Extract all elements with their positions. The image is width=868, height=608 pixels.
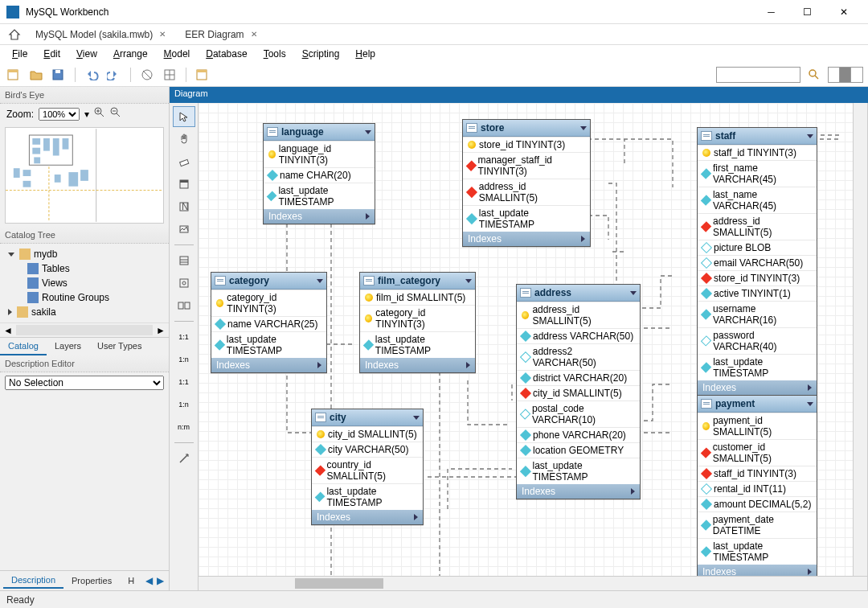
pointer-tool-icon[interactable] xyxy=(173,106,195,127)
entity-column[interactable]: last_update TIMESTAMP xyxy=(698,538,817,565)
subtab-usertypes[interactable]: User Types xyxy=(89,338,149,355)
reln-1-1-tool-icon[interactable]: 1:1 xyxy=(173,327,195,347)
entity-column[interactable]: name CHAR(20) xyxy=(264,167,375,183)
entity-language[interactable]: languagelanguage_id TINYINT(3)name CHAR(… xyxy=(263,123,375,224)
note-tool-icon[interactable]: N xyxy=(173,196,195,217)
tab-eer-diagram[interactable]: EER Diagram ✕ xyxy=(175,26,266,43)
maximize-button[interactable]: ☐ xyxy=(789,0,825,24)
entity-column[interactable]: email VARCHAR(50) xyxy=(698,255,817,270)
open-icon[interactable] xyxy=(27,66,45,84)
menu-database[interactable]: Database xyxy=(199,46,254,62)
entity-column[interactable]: language_id TINYINT(3) xyxy=(264,141,375,167)
entity-column[interactable]: phone VARCHAR(20) xyxy=(517,427,640,442)
entity-indexes[interactable]: Indexes xyxy=(211,358,326,372)
entity-column[interactable]: category_id TINYINT(3) xyxy=(211,290,326,316)
chevron-down-icon[interactable] xyxy=(317,279,323,283)
entity-column[interactable]: store_id TINYINT(3) xyxy=(698,270,817,286)
undo-icon[interactable] xyxy=(83,66,100,84)
layer-tool-icon[interactable] xyxy=(173,174,195,195)
entity-column[interactable]: picture BLOB xyxy=(698,240,817,255)
menu-file[interactable]: File xyxy=(5,46,35,62)
reln-1-n-tool-icon[interactable]: 1:n xyxy=(173,349,195,370)
entity-column[interactable]: name VARCHAR(25) xyxy=(211,316,326,331)
btab-description[interactable]: Description xyxy=(3,573,63,589)
entity-column[interactable]: postal_code VARCHAR(10) xyxy=(517,401,640,427)
tree-views[interactable]: Views xyxy=(42,277,68,289)
menu-arrange[interactable]: Arrange xyxy=(106,46,155,62)
entity-header[interactable]: payment xyxy=(698,396,817,413)
menu-view[interactable]: View xyxy=(69,46,104,62)
entity-header[interactable]: category xyxy=(211,273,326,290)
entity-header[interactable]: address xyxy=(517,285,640,302)
chevron-down-icon[interactable] xyxy=(465,279,472,283)
tabs-prev-icon[interactable]: ◀ xyxy=(144,575,154,586)
tree-db-sakila[interactable]: sakila xyxy=(31,306,56,318)
entity-header[interactable]: store xyxy=(463,120,590,137)
entity-address[interactable]: addressaddress_id SMALLINT(5)address VAR… xyxy=(516,284,641,499)
entity-indexes[interactable]: Indexes xyxy=(463,232,590,246)
search-icon[interactable] xyxy=(805,66,823,84)
entity-header[interactable]: city xyxy=(312,409,423,426)
subtab-layers[interactable]: Layers xyxy=(47,338,89,355)
tree-tables[interactable]: Tables xyxy=(42,263,70,274)
birdseye-view[interactable] xyxy=(5,127,164,224)
entity-indexes[interactable]: Indexes xyxy=(360,358,475,372)
entity-column[interactable]: address_id SMALLINT(5) xyxy=(698,213,817,240)
redo-icon[interactable] xyxy=(105,66,123,84)
entity-staff[interactable]: staffstaff_id TINYINT(3)first_name VARCH… xyxy=(697,127,817,396)
align-icon[interactable] xyxy=(161,66,178,84)
entity-store[interactable]: storestore_id TINYINT(3)manager_staff_id… xyxy=(462,119,591,247)
canvas-hscroll[interactable] xyxy=(199,576,867,590)
tree-hscroll[interactable]: ◄► xyxy=(0,322,169,337)
entity-column[interactable]: active TINYINT(1) xyxy=(698,286,817,301)
reln-1-1b-tool-icon[interactable]: 1:1 xyxy=(173,372,195,392)
zoom-out-icon[interactable] xyxy=(110,107,121,121)
eraser-tool-icon[interactable] xyxy=(173,151,195,172)
entity-header[interactable]: staff xyxy=(698,128,817,145)
entity-column[interactable]: address_id SMALLINT(5) xyxy=(517,302,640,328)
entity-column[interactable]: last_update TIMESTAMP xyxy=(312,483,423,510)
entity-indexes[interactable]: Indexes xyxy=(517,484,640,499)
new-table-icon[interactable] xyxy=(194,66,211,84)
entity-column[interactable]: last_update TIMESTAMP xyxy=(698,354,817,380)
hand-tool-icon[interactable] xyxy=(173,129,195,150)
image-tool-icon[interactable] xyxy=(173,219,195,240)
subtab-catalog[interactable]: Catalog xyxy=(0,338,47,355)
menu-model[interactable]: Model xyxy=(157,46,198,62)
catalog-tree[interactable]: mydb Tables Views Routine Groups sakila xyxy=(0,244,169,322)
entity-column[interactable]: film_id SMALLINT(5) xyxy=(360,290,475,305)
zoom-in-icon[interactable] xyxy=(94,107,105,121)
entity-header[interactable]: film_category xyxy=(360,273,475,290)
entity-column[interactable]: password VARCHAR(40) xyxy=(698,327,817,354)
canvas-vscroll[interactable] xyxy=(853,103,867,576)
entity-column[interactable]: staff_id TINYINT(3) xyxy=(698,145,817,160)
description-select[interactable]: No Selection xyxy=(5,376,164,390)
menu-edit[interactable]: Edit xyxy=(36,46,68,62)
entity-column[interactable]: last_update TIMESTAMP xyxy=(463,205,590,232)
entity-column[interactable]: district VARCHAR(20) xyxy=(517,370,640,385)
entity-column[interactable]: last_update TIMESTAMP xyxy=(517,458,640,484)
entity-column[interactable]: address2 VARCHAR(50) xyxy=(517,343,640,370)
entity-column[interactable]: city VARCHAR(50) xyxy=(312,442,423,457)
menu-help[interactable]: Help xyxy=(348,46,383,62)
entity-indexes[interactable]: Indexes xyxy=(264,209,375,224)
chevron-down-icon[interactable] xyxy=(413,416,420,420)
entity-column[interactable]: customer_id SMALLINT(5) xyxy=(698,439,817,466)
view-tool-icon[interactable] xyxy=(173,273,195,294)
entity-column[interactable]: staff_id TINYINT(3) xyxy=(698,466,817,481)
save-icon[interactable] xyxy=(50,66,68,84)
routine-tool-icon[interactable] xyxy=(173,295,195,316)
entity-column[interactable]: payment_id SMALLINT(5) xyxy=(698,413,817,439)
table-tool-icon[interactable] xyxy=(173,250,195,271)
chevron-down-icon[interactable] xyxy=(630,291,637,295)
search-input[interactable] xyxy=(716,67,800,83)
entity-column[interactable]: last_update TIMESTAMP xyxy=(211,331,326,358)
entity-column[interactable]: address_id SMALLINT(5) xyxy=(463,179,590,205)
tabs-next-icon[interactable]: ▶ xyxy=(156,575,166,586)
entity-column[interactable]: first_name VARCHAR(45) xyxy=(698,160,817,187)
entity-column[interactable]: city_id SMALLINT(5) xyxy=(312,426,423,442)
zoom-select[interactable]: 100% xyxy=(39,108,80,121)
entity-city[interactable]: citycity_id SMALLINT(5)city VARCHAR(50)c… xyxy=(311,409,424,525)
reln-existing-tool-icon[interactable] xyxy=(173,448,195,469)
reln-n-m-tool-icon[interactable]: n:m xyxy=(173,417,195,438)
